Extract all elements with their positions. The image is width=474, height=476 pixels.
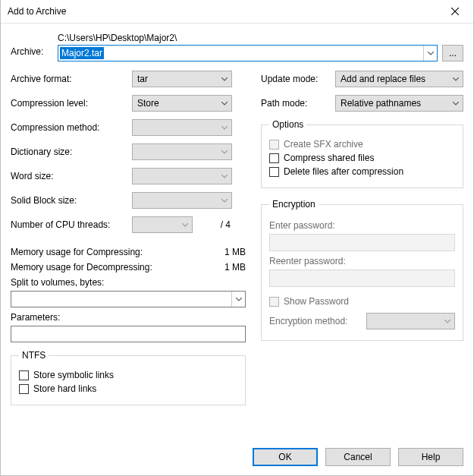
store-symbolic-links-label: Store symbolic links: [33, 370, 114, 380]
titlebar: Add to Archive: [1, 0, 473, 24]
dictionary-size-select[interactable]: [132, 143, 232, 160]
chevron-down-icon: [453, 77, 459, 81]
compress-shared-checkbox[interactable]: [269, 153, 279, 163]
archive-format-select[interactable]: tar: [132, 71, 232, 87]
add-to-archive-dialog: Add to Archive Archive: C:\Users\HP\Desk…: [0, 0, 474, 476]
chevron-down-icon: [444, 320, 450, 323]
reenter-password-label: Reenter password:: [269, 256, 455, 266]
archive-name-value: Major2.tar: [60, 47, 104, 59]
update-mode-label: Update mode:: [261, 74, 329, 84]
chevron-down-icon: [221, 199, 228, 203]
archive-label: Archive:: [11, 33, 52, 57]
mem-decompress-value: 1 MB: [224, 262, 246, 273]
compression-level-label: Compression level:: [11, 98, 132, 109]
split-volumes-select[interactable]: [11, 291, 246, 307]
enter-password-input: [269, 234, 455, 251]
create-sfx-checkbox: [269, 140, 279, 150]
options-legend: Options: [269, 119, 306, 130]
archive-format-value: tar: [137, 74, 218, 84]
show-password-checkbox: [269, 297, 279, 307]
close-button[interactable]: [438, 1, 472, 23]
word-size-select[interactable]: [132, 168, 232, 184]
path-mode-select[interactable]: Relative pathnames: [335, 95, 463, 112]
encryption-fieldset: Encryption Enter password: Reenter passw…: [261, 199, 463, 341]
chevron-down-icon: [236, 298, 242, 301]
browse-button-label: ...: [449, 48, 457, 58]
options-fieldset: Options Create SFX archive Compress shar…: [261, 119, 463, 188]
delete-after-checkbox[interactable]: [269, 167, 279, 177]
cancel-button[interactable]: Cancel: [325, 448, 391, 466]
chevron-down-icon: [182, 223, 188, 227]
solid-block-size-label: Solid Block size:: [11, 195, 132, 206]
parameters-label: Parameters:: [11, 312, 246, 323]
compression-method-select[interactable]: [132, 119, 232, 136]
window-title: Add to Archive: [8, 6, 66, 17]
store-symbolic-links-checkbox[interactable]: [19, 370, 29, 380]
parameters-input[interactable]: [11, 326, 246, 342]
enter-password-label: Enter password:: [269, 220, 455, 231]
path-mode-value: Relative pathnames: [341, 98, 449, 109]
chevron-down-icon: [221, 150, 228, 154]
reenter-password-input: [269, 270, 455, 287]
ntfs-legend: NTFS: [19, 350, 49, 361]
solid-block-size-select[interactable]: [132, 192, 232, 209]
create-sfx-label: Create SFX archive: [284, 139, 363, 150]
compression-method-label: Compression method:: [11, 122, 132, 133]
path-mode-label: Path mode:: [261, 98, 329, 109]
cpu-threads-label: Number of CPU threads:: [11, 219, 132, 230]
archive-name-dropdown-button[interactable]: [423, 46, 437, 61]
cpu-threads-select[interactable]: [132, 216, 193, 233]
compression-level-select[interactable]: Store: [132, 95, 232, 112]
archive-path-text: C:\Users\HP\Desktop\Major2\: [58, 33, 463, 43]
compress-shared-label: Compress shared files: [284, 153, 374, 163]
mem-compress-value: 1 MB: [224, 247, 246, 257]
ntfs-fieldset: NTFS Store symbolic links Store hard lin…: [11, 350, 246, 405]
chevron-down-icon: [453, 102, 459, 106]
chevron-down-icon: [221, 126, 228, 130]
mem-compress-label: Memory usage for Compressing:: [11, 247, 143, 257]
split-volumes-label: Split to volumes, bytes:: [11, 277, 246, 288]
ok-button[interactable]: OK: [253, 448, 318, 466]
encryption-method-label: Encryption method:: [269, 316, 360, 326]
encryption-method-select: [366, 313, 455, 329]
help-button[interactable]: Help: [398, 448, 463, 466]
store-hard-links-checkbox[interactable]: [19, 384, 29, 394]
store-hard-links-label: Store hard links: [33, 383, 96, 394]
show-password-label: Show Password: [284, 296, 349, 307]
word-size-label: Word size:: [11, 171, 132, 181]
browse-button[interactable]: ...: [442, 45, 463, 61]
chevron-down-icon: [221, 77, 228, 81]
update-mode-select[interactable]: Add and replace files: [335, 71, 463, 87]
dictionary-size-label: Dictionary size:: [11, 147, 132, 157]
compression-level-value: Store: [137, 98, 218, 109]
cpu-threads-total: / 4: [197, 219, 231, 230]
delete-after-label: Delete files after compression: [284, 166, 403, 177]
encryption-legend: Encryption: [269, 199, 319, 210]
chevron-down-icon: [428, 52, 434, 55]
chevron-down-icon: [221, 175, 228, 178]
archive-format-label: Archive format:: [11, 74, 132, 84]
mem-decompress-label: Memory usage for Decompressing:: [11, 262, 152, 273]
update-mode-value: Add and replace files: [341, 74, 449, 84]
chevron-down-icon: [221, 102, 228, 106]
archive-name-combobox[interactable]: Major2.tar: [58, 45, 438, 61]
close-icon: [451, 8, 459, 15]
